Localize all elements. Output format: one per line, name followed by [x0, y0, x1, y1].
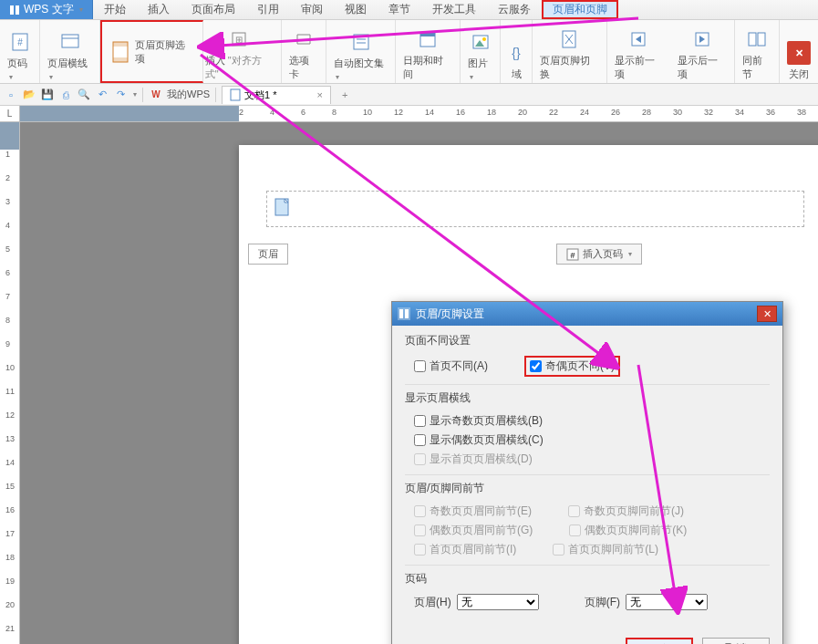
- select-header-pn[interactable]: 页眉(H)无: [414, 594, 539, 610]
- new-icon[interactable]: ▫: [4, 88, 18, 102]
- horizontal-ruler-row: L 2468101214161820222426283032343638: [0, 106, 818, 122]
- prev-icon: [629, 30, 647, 48]
- chevron-down-icon: ▾: [628, 250, 632, 258]
- header-doc-icon: [274, 198, 292, 216]
- checkbox-odd-even-diff[interactable]: 奇偶页不同(V): [524, 356, 620, 377]
- ribbon-same-prev[interactable]: 同前节: [735, 20, 780, 83]
- ribbon-show-next[interactable]: 显示后一项: [670, 20, 735, 83]
- svg-text:#: #: [570, 251, 575, 260]
- svg-rect-9: [354, 35, 368, 49]
- page-number-small-icon: #: [566, 248, 579, 261]
- checkbox-even-header-line[interactable]: 显示偶数页页眉横线(C): [414, 432, 544, 448]
- svg-rect-2: [62, 35, 78, 47]
- cancel-button[interactable]: 取消: [702, 638, 770, 644]
- svg-rect-13: [420, 33, 435, 36]
- ribbon-header-line[interactable]: 页眉横线▾: [40, 20, 100, 83]
- ribbon-show-prev[interactable]: 显示前一项: [607, 20, 671, 83]
- svg-rect-24: [758, 33, 765, 46]
- close-icon: ✕: [787, 41, 811, 65]
- section-header-line: 显示页眉横线: [405, 390, 770, 406]
- home-tab[interactable]: 我的WPS: [167, 88, 210, 101]
- ribbon-datetime[interactable]: 日期和时间: [396, 20, 461, 83]
- dialog-close-button[interactable]: ✕: [757, 306, 777, 322]
- checkbox-odd-header-line[interactable]: 显示奇数页页眉横线(B): [414, 413, 543, 429]
- checkbox-first-header-line: 显示首页页眉横线(D): [414, 452, 533, 467]
- next-icon: [693, 30, 711, 48]
- datetime-icon: [419, 30, 437, 48]
- ribbon-page-number[interactable]: # 页码▾: [0, 20, 40, 83]
- ribbon-close[interactable]: ✕ 关闭: [780, 20, 818, 83]
- ribbon-hf-switch[interactable]: 页眉页脚切换: [533, 20, 606, 83]
- field-icon: {}: [508, 45, 524, 61]
- horizontal-ruler[interactable]: 2468101214161820222426283032343638: [20, 106, 818, 121]
- menu-references[interactable]: 引用: [246, 0, 290, 19]
- printer-icon[interactable]: ⎙: [58, 88, 73, 102]
- svg-rect-23: [749, 33, 756, 46]
- svg-rect-5: [113, 42, 128, 47]
- svg-rect-6: [113, 57, 128, 62]
- menu-header-footer[interactable]: 页眉和页脚: [542, 0, 618, 19]
- app-name: WPS 文字: [24, 2, 74, 17]
- doc-tab[interactable]: 文档1 * ×: [222, 86, 331, 104]
- dialog-app-icon: [398, 307, 410, 320]
- picture-icon: [471, 33, 490, 51]
- checkbox-even-footer-sp: 偶数页页脚同前节(K): [569, 523, 687, 538]
- print-preview-icon[interactable]: 🔍: [77, 88, 91, 102]
- quick-access-bar: ▫ 📂 💾 ⎙ 🔍 ↶ ↷ ▾ W 我的WPS 文档1 * × +: [0, 84, 818, 106]
- hf-switch-icon: [560, 29, 578, 49]
- dialog-titlebar[interactable]: 页眉/页脚设置 ✕: [392, 302, 782, 326]
- checkbox-first-page-diff[interactable]: 首页不同(A): [414, 356, 488, 377]
- insert-icon: ⊞: [231, 31, 247, 47]
- ribbon: # 页码▾ 页眉横线▾ 页眉页脚选项 ⊞ 插入 "对齐方式" 选项卡 自动图文集…: [0, 20, 818, 84]
- header-zone[interactable]: [266, 191, 804, 227]
- svg-text:⊞: ⊞: [235, 35, 243, 45]
- menu-devtools[interactable]: 开发工具: [421, 0, 487, 19]
- ribbon-picture[interactable]: 图片▾: [461, 20, 501, 83]
- select-footer-pn[interactable]: 页脚(F)无: [585, 594, 708, 610]
- menu-cloud[interactable]: 云服务: [487, 0, 542, 19]
- menu-chapter[interactable]: 章节: [378, 0, 421, 19]
- add-tab-icon[interactable]: +: [335, 89, 355, 100]
- menu-pagelayout[interactable]: 页面布局: [181, 0, 246, 19]
- header-line-icon: [60, 32, 80, 52]
- save-icon[interactable]: 💾: [40, 88, 55, 102]
- app-menu-dropdown-icon: ▾: [79, 5, 83, 14]
- menu-insert[interactable]: 插入: [137, 0, 181, 19]
- insert-page-number-button[interactable]: # 插入页码 ▾: [556, 244, 642, 265]
- redo-icon[interactable]: ↷: [113, 88, 128, 102]
- svg-rect-25: [231, 89, 240, 100]
- autotext-icon: [352, 33, 370, 51]
- menu-review[interactable]: 审阅: [290, 0, 334, 19]
- svg-point-16: [482, 37, 486, 41]
- page-number-icon: #: [10, 32, 30, 52]
- section-page-diff: 页面不同设置: [405, 333, 770, 348]
- doc-icon: [230, 88, 241, 101]
- svg-text:{}: {}: [513, 46, 522, 60]
- ribbon-field[interactable]: {} 域: [501, 20, 533, 83]
- checkbox-first-header-sp: 首页页眉同前节(I): [414, 542, 516, 557]
- section-same-prev: 页眉/页脚同前节: [405, 481, 770, 496]
- ribbon-autotext[interactable]: 自动图文集▾: [326, 20, 396, 83]
- dialog-title: 页眉/页脚设置: [416, 306, 484, 322]
- wps-logo-icon: W: [149, 88, 163, 102]
- ok-button[interactable]: 确定: [626, 638, 693, 644]
- vertical-ruler[interactable]: 12345678910111213141516171819202122: [0, 122, 20, 644]
- menu-start[interactable]: 开始: [93, 0, 137, 19]
- qat-more-icon[interactable]: ▾: [133, 90, 137, 99]
- header-footer-dialog: 页眉/页脚设置 ✕ 页面不同设置 首页不同(A) 奇偶页不同(V) 显示页眉横线…: [391, 301, 783, 644]
- undo-icon[interactable]: ↶: [95, 88, 109, 102]
- tab-icon: [295, 31, 312, 47]
- checkbox-first-footer-sp: 首页页脚同前节(L): [553, 542, 658, 557]
- same-prev-icon: [747, 30, 767, 48]
- menu-view[interactable]: 视图: [334, 0, 378, 19]
- hf-options-icon: [111, 40, 129, 64]
- ribbon-options-tab[interactable]: 选项卡: [282, 20, 326, 83]
- app-badge[interactable]: WPS 文字 ▾: [0, 0, 93, 19]
- checkbox-even-header-sp: 偶数页页眉同前节(G): [414, 523, 533, 538]
- open-icon[interactable]: 📂: [22, 88, 36, 102]
- section-page-number: 页码: [405, 571, 770, 587]
- ribbon-header-footer-options[interactable]: 页眉页脚选项: [100, 20, 203, 83]
- ribbon-insert-align[interactable]: ⊞ 插入 "对齐方式": [203, 20, 282, 83]
- tab-close-icon[interactable]: ×: [317, 89, 323, 100]
- checkbox-odd-header-sp: 奇数页页眉同前节(E): [414, 504, 532, 519]
